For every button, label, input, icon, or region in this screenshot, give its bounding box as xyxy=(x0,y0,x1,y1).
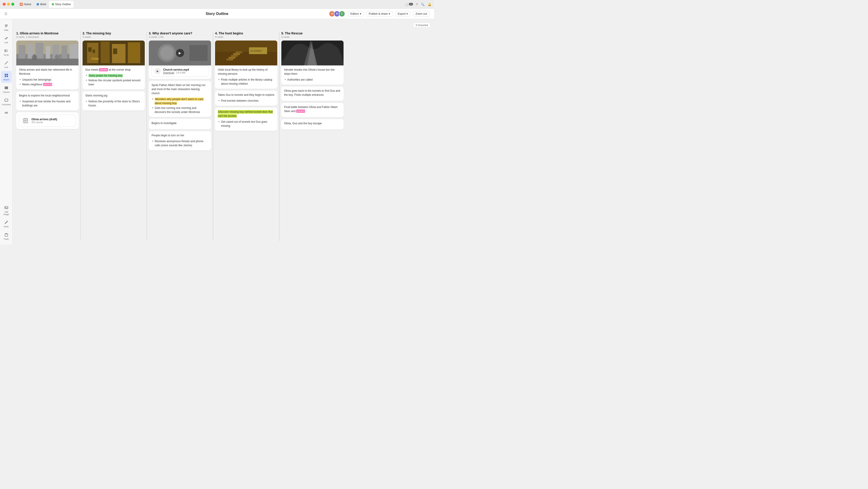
file-play-icon[interactable]: ▶ xyxy=(154,68,161,74)
column-label: Column xyxy=(3,91,10,93)
file-name: Church service.mp4 xyxy=(163,68,205,71)
column-sep-3 xyxy=(213,31,213,241)
svg-rect-28 xyxy=(62,46,67,59)
card-2-1-image: FANA xyxy=(83,40,145,65)
column-3-subtitle: 3 cards, 1 file xyxy=(149,35,211,38)
card-2-1-text: Gus meets Janine at the corner shop xyxy=(85,68,142,72)
svg-rect-51 xyxy=(189,45,208,61)
svg-rect-26 xyxy=(46,46,50,59)
svg-rect-15 xyxy=(5,99,8,101)
file-download: Download · 24.9 MB xyxy=(163,71,205,74)
svg-point-50 xyxy=(160,46,174,60)
minimize-button[interactable] xyxy=(7,3,10,6)
card-4-3-discover: Discover missing boy behind locked door … xyxy=(218,110,275,118)
card-4-2-list: Find tunnels between churches xyxy=(218,99,275,103)
column-2-header: 2. The missing boy 3 cards xyxy=(83,31,145,40)
card-5-3-text: Final battle between Olivia and Father A… xyxy=(284,105,341,113)
card-3-4-list: Receives anonymous threats and phone cal… xyxy=(152,139,208,147)
column-4-header: 4. The hunt begins 4 cards xyxy=(215,31,277,40)
tab-list: M Home Work Story Outline xyxy=(17,1,73,8)
column-5: 5. The Rescue 5 cards xyxy=(281,31,344,241)
tab-story-outline[interactable]: Story Outline xyxy=(49,1,73,8)
svg-rect-40 xyxy=(101,42,110,63)
document-card[interactable]: Olivia arrives (draft) 201 words xyxy=(19,115,76,127)
draw-icon xyxy=(4,220,9,225)
svg-rect-36 xyxy=(24,121,26,121)
sidebar-item-link[interactable]: Link xyxy=(1,34,12,46)
tab-home[interactable]: M Home xyxy=(17,1,34,8)
card-1-2: Begins to explore the local neighbourhoo… xyxy=(16,91,79,111)
monitor-icon[interactable]: ⬜21 xyxy=(405,2,413,6)
card-5-1-image xyxy=(281,40,344,65)
card-5-1: Intruder breaks into Olivia's house but … xyxy=(281,40,344,85)
card-3-4-body: People begin to turn on her Receives ano… xyxy=(149,131,211,150)
column-4-cards: 10 STREET Visits local library to look u… xyxy=(215,40,277,241)
link-label: Link xyxy=(4,41,8,44)
svg-rect-13 xyxy=(6,86,7,89)
comment-label: Comment xyxy=(2,104,11,106)
card-2-1-list: Sees poster for missing boy Notices the … xyxy=(85,74,142,86)
download-link[interactable]: Download xyxy=(163,71,174,74)
editors-button[interactable]: Editors ▾ xyxy=(348,11,364,17)
sidebar-item-comment[interactable]: Comment xyxy=(1,96,12,108)
menu-icon[interactable]: ☰ xyxy=(4,12,7,16)
zoomout-button[interactable]: Zoom out xyxy=(413,11,430,17)
help-icon[interactable]: ? xyxy=(416,2,418,6)
close-button[interactable] xyxy=(3,3,6,6)
sidebar-item-trash[interactable]: Trash xyxy=(1,230,12,242)
card-1-1: Olivia arrives and starts her retirement… xyxy=(16,40,79,89)
unsorted-button[interactable]: 0 Unsorted xyxy=(413,23,430,28)
card-1-3[interactable]: Olivia arrives (draft) 201 words xyxy=(16,112,79,129)
card-1-1-body: Olivia arrives and starts her retirement… xyxy=(16,65,79,89)
svg-rect-9 xyxy=(6,74,8,75)
sidebar-item-more[interactable]: ··· xyxy=(1,108,12,120)
sidebar-item-board[interactable]: Board xyxy=(1,71,12,83)
wonders-highlight: Wonders why people don't seem to care ab… xyxy=(155,97,204,105)
sidebar-item-line[interactable]: Line xyxy=(1,58,12,70)
maximize-button[interactable] xyxy=(11,3,14,6)
sidebar-item-todo[interactable]: To-do xyxy=(1,46,12,58)
column-1-subtitle: 3 cards, 1 document xyxy=(16,35,79,38)
svg-rect-45 xyxy=(113,49,117,54)
card-3-1-image: ▶ xyxy=(149,40,211,65)
export-button[interactable]: Export ▾ xyxy=(395,11,410,17)
janine-highlight-5: Janine xyxy=(296,110,305,113)
svg-rect-35 xyxy=(24,120,27,121)
note-icon xyxy=(4,23,9,29)
card-4-1-text: Visits local library to look up the hist… xyxy=(218,68,275,76)
svg-rect-1 xyxy=(5,26,8,26)
sidebar-item-draw[interactable]: Draw xyxy=(1,218,12,230)
column-2: 2. The missing boy 3 cards xyxy=(83,31,145,241)
bell-icon[interactable]: 🔔 xyxy=(428,2,431,6)
svg-rect-43 xyxy=(88,47,92,52)
column-4-subtitle: 4 cards xyxy=(215,35,277,38)
card-5-2-text: Olivia goes back to the tunnels to find … xyxy=(284,89,341,97)
play-button[interactable]: ▶ xyxy=(176,49,184,57)
document-name: Olivia arrives (draft) xyxy=(31,118,73,121)
card-4-2-text: Takes Gus to tunnels and they begin to e… xyxy=(218,93,275,97)
document-words: 201 words xyxy=(31,121,73,124)
publish-button[interactable]: Publish & share ▾ xyxy=(366,11,393,17)
draw-label: Draw xyxy=(4,226,9,228)
sidebar-item-add-image[interactable]: Add image xyxy=(1,203,12,218)
card-3-3-text: Begins to investigate xyxy=(152,121,208,125)
zoomout-label: Zoom out xyxy=(415,12,427,16)
card-5-3: Final battle between Olivia and Father A… xyxy=(281,103,344,117)
column-1: 1. Olivia arrives in Montrose 3 cards, 1… xyxy=(16,31,79,241)
list-item: Get cased out of tunnels but Gus goes mi… xyxy=(218,120,275,128)
sidebar-item-note[interactable]: Note xyxy=(1,21,12,33)
tab-work[interactable]: Work xyxy=(34,1,49,8)
tab-story-outline-label: Story Outline xyxy=(55,3,71,6)
card-1-2-text: Begins to explore the local neighbourhoo… xyxy=(19,93,76,97)
svg-rect-12 xyxy=(5,86,6,89)
svg-rect-44 xyxy=(93,50,95,53)
search-icon[interactable]: 🔍 xyxy=(421,2,425,6)
svg-point-32 xyxy=(55,55,59,59)
trash-icon xyxy=(4,232,9,237)
column-1-header: 1. Olivia arrives in Montrose 3 cards, 1… xyxy=(16,31,79,40)
sidebar-item-column[interactable]: Column xyxy=(1,83,12,95)
svg-rect-20 xyxy=(5,234,8,236)
line-label: Line xyxy=(4,66,8,68)
column-5-subtitle: 5 cards xyxy=(281,35,344,38)
card-5-4: Olivia, Gus and the boy escape xyxy=(281,119,344,130)
